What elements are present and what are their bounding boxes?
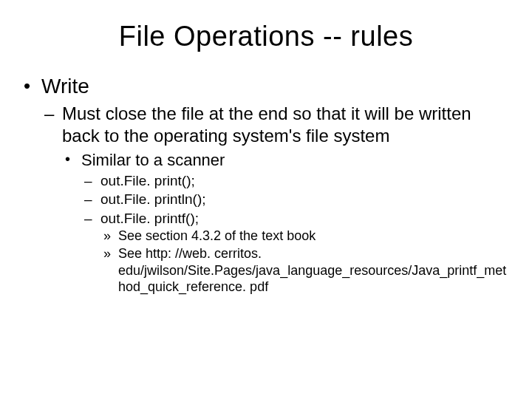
bullet-list-l5: See section 4.3.2 of the text book See h… — [100, 228, 510, 296]
bullet-l2-text: Must close the file at the end so that i… — [62, 103, 471, 146]
bullet-l5-item: See section 4.3.2 of the text book — [100, 228, 510, 245]
bullet-l3-item: Similar to a scanner out.File. print(); … — [62, 150, 510, 296]
bullet-list-l4: out.File. print(); out.File. println(); … — [81, 172, 510, 296]
slide-body: Write Must close the file at the end so … — [0, 75, 532, 296]
bullet-l2-item: Must close the file at the end so that i… — [41, 103, 510, 296]
bullet-l4-item: out.File. printf(); See section 4.3.2 of… — [81, 210, 510, 296]
bullet-l4-text: out.File. print(); — [100, 173, 195, 188]
bullet-l4-text: out.File. println(); — [100, 191, 206, 207]
bullet-list-l1: Write Must close the file at the end so … — [22, 75, 510, 296]
bullet-list-l2: Must close the file at the end so that i… — [41, 103, 510, 296]
bullet-l1-item: Write Must close the file at the end so … — [22, 75, 510, 296]
bullet-l4-item: out.File. println(); — [81, 191, 510, 208]
bullet-l4-text: out.File. printf(); — [100, 211, 199, 226]
bullet-l5-item: See http: //web. cerritos. edu/jwilson/S… — [100, 245, 510, 296]
slide-title: File Operations -- rules — [0, 0, 532, 75]
bullet-l5-text: See http: //web. cerritos. edu/jwilson/S… — [118, 246, 506, 294]
slide: File Operations -- rules Write Must clos… — [0, 0, 532, 399]
bullet-l4-item: out.File. print(); — [81, 172, 510, 190]
bullet-l3-text: Similar to a scanner — [81, 151, 225, 169]
bullet-l5-text: See section 4.3.2 of the text book — [118, 228, 316, 243]
bullet-l1-text: Write — [41, 75, 89, 98]
bullet-list-l3: Similar to a scanner out.File. print(); … — [62, 150, 510, 296]
